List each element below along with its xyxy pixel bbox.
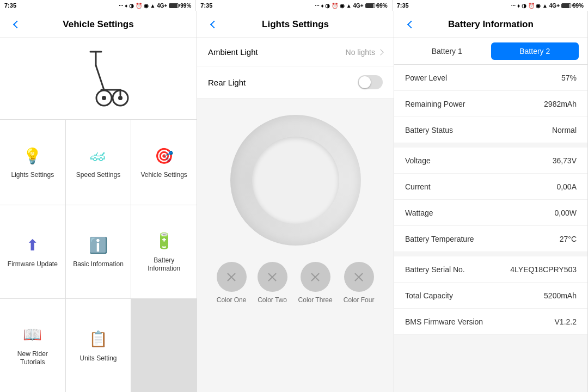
battery-icon-2 — [365, 3, 375, 8]
status-bars: 7:35 ··· ♦ ◑ ⏰ ◉ ▲ 4G+ 99% 7:35 ··· ♦ ◑ … — [0, 0, 588, 11]
time-1: 7:35 — [4, 2, 16, 9]
battery-info-panel: Battery Information Battery 1 Battery 2 … — [394, 11, 588, 392]
menu-grid: 💡 Lights Settings 🏎 Speed Settings 🎯 Veh… — [0, 120, 197, 392]
wattage-value: 0,00W — [555, 209, 577, 217]
tutorials-icon: 📖 — [22, 324, 44, 346]
battery-pct-3: 99% — [573, 3, 584, 9]
color-option-2[interactable]: Color Two — [258, 262, 287, 304]
color-circle-x-2 — [267, 272, 278, 283]
svg-line-2 — [96, 65, 104, 90]
status-bar-1: 7:35 ··· ♦ ◑ ⏰ ◉ ▲ 4G+ 99% — [0, 0, 196, 11]
back-button-1[interactable] — [9, 16, 25, 33]
battery-row-bms: BMS Firmware Version V1.2.2 — [394, 309, 587, 335]
menu-item-battery[interactable]: 🔋 Battery Information — [131, 205, 197, 298]
lights-settings-header: Lights Settings — [197, 11, 394, 38]
wattage-label: Wattage — [405, 209, 433, 217]
back-button-3[interactable] — [403, 16, 419, 33]
ambient-light-row[interactable]: Ambient Light No lights — [197, 38, 394, 66]
speed-icon: 🏎 — [87, 145, 109, 167]
battery-fill-1 — [169, 4, 177, 8]
color-wheel-outer[interactable] — [230, 115, 361, 246]
battery-icon-1 — [169, 3, 179, 8]
color-name-2: Color Two — [258, 296, 287, 304]
vehicle-icon: 🎯 — [153, 145, 175, 167]
menu-label-units: Units Setting — [79, 354, 117, 363]
power-level-value: 57% — [561, 74, 577, 82]
vehicle-settings-title: Vehicle Settings — [9, 19, 188, 30]
back-chevron-icon-1 — [13, 20, 21, 28]
color-wheel-inner — [252, 137, 339, 224]
time-2: 7:35 — [200, 2, 212, 9]
status-right-3: ··· ♦ ◑ ⏰ ◉ ▲ 4G+ 99% — [511, 3, 584, 9]
bms-label: BMS Firmware Version — [405, 317, 483, 326]
power-level-label: Power Level — [405, 74, 447, 82]
battery-pct-2: 99% — [377, 3, 388, 9]
ambient-light-label: Ambient Light — [208, 47, 258, 57]
menu-label-basic: Basic Information — [73, 260, 124, 269]
separator-1 — [394, 143, 587, 148]
battery-row-capacity: Total Capacity 5200mAh — [394, 283, 587, 309]
battery-tab-1[interactable]: Battery 1 — [403, 42, 491, 60]
current-label: Current — [405, 182, 431, 191]
scooter-image-area — [0, 38, 197, 120]
color-name-3: Color Three — [298, 296, 333, 304]
color-option-3[interactable]: Color Three — [298, 262, 333, 304]
toggle-thumb — [359, 76, 371, 88]
rear-light-toggle[interactable] — [358, 75, 383, 89]
capacity-value: 5200mAh — [544, 291, 577, 300]
battery-pct-1: 99% — [180, 3, 191, 9]
battery-row-current: Current 0,00A — [394, 174, 587, 200]
vehicle-settings-panel: Vehicle Settings — [0, 11, 197, 392]
color-option-1[interactable]: Color One — [217, 262, 247, 304]
lights-settings-title: Lights Settings — [206, 19, 385, 30]
back-chevron-icon-2 — [210, 20, 218, 28]
menu-label-speed: Speed Settings — [76, 171, 120, 180]
color-circle-x-3 — [310, 272, 321, 283]
color-option-4[interactable]: Color Four — [344, 262, 375, 304]
status-right-2: ··· ♦ ◑ ⏰ ◉ ▲ 4G+ 99% — [315, 3, 387, 9]
status-bar-2: 7:35 ··· ♦ ◑ ⏰ ◉ ▲ 4G+ 99% — [196, 0, 392, 11]
battery-row-temperature: Battery Temperature 27°C — [394, 226, 587, 252]
color-circle-3 — [301, 262, 330, 292]
battery-row-power-level: Power Level 57% — [394, 65, 587, 91]
vehicle-settings-header: Vehicle Settings — [0, 11, 197, 38]
color-wheel-container — [225, 109, 366, 251]
menu-item-vehicle[interactable]: 🎯 Vehicle Settings — [131, 120, 197, 205]
battery-status-label: Battery Status — [405, 126, 453, 134]
color-circle-4 — [344, 262, 374, 292]
back-button-2[interactable] — [206, 16, 222, 33]
battery-menu-icon: 🔋 — [153, 230, 175, 252]
menu-item-speed[interactable]: 🏎 Speed Settings — [66, 120, 131, 205]
battery-tab-2[interactable]: Battery 2 — [491, 42, 579, 60]
menu-label-lights: Lights Settings — [11, 171, 54, 180]
color-circle-1 — [217, 262, 247, 292]
color-circle-x-1 — [226, 272, 237, 283]
menu-item-firmware[interactable]: ⬆ Firmware Update — [0, 205, 65, 298]
remaining-power-value: 2982mAh — [544, 100, 577, 108]
svg-point-8 — [118, 96, 122, 100]
time-3: 7:35 — [397, 2, 409, 9]
battery-fill-2 — [366, 4, 373, 8]
lights-content: Ambient Light No lights Rear Light — [197, 38, 394, 392]
serial-label: Battery Serial No. — [405, 265, 465, 274]
menu-item-basic[interactable]: ℹ️ Basic Information — [66, 205, 131, 298]
remaining-power-label: Remaining Power — [405, 100, 465, 108]
color-options: Color One Color Two Color Three — [217, 262, 375, 304]
battery-row-voltage: Voltage 36,73V — [394, 148, 587, 174]
basic-info-icon: ℹ️ — [87, 234, 109, 256]
lights-icon: 💡 — [22, 145, 44, 167]
voltage-value: 36,73V — [553, 156, 577, 165]
ambient-light-text: No lights — [346, 48, 375, 57]
main-content: Vehicle Settings — [0, 11, 588, 392]
separator-2 — [394, 252, 587, 256]
menu-label-vehicle: Vehicle Settings — [140, 171, 187, 180]
status-bar-3: 7:35 ··· ♦ ◑ ⏰ ◉ ▲ 4G+ 99% — [393, 0, 588, 11]
menu-item-units[interactable]: 📋 Units Setting — [66, 299, 131, 392]
temperature-value: 27°C — [560, 235, 577, 243]
menu-item-tutorials[interactable]: 📖 New Rider Tutorials — [0, 299, 65, 392]
battery-info-header: Battery Information — [394, 11, 587, 38]
menu-label-battery: Battery Information — [137, 256, 191, 273]
battery-row-status: Battery Status Normal — [394, 117, 587, 143]
menu-item-lights[interactable]: 💡 Lights Settings — [0, 120, 65, 205]
capacity-label: Total Capacity — [405, 291, 453, 300]
